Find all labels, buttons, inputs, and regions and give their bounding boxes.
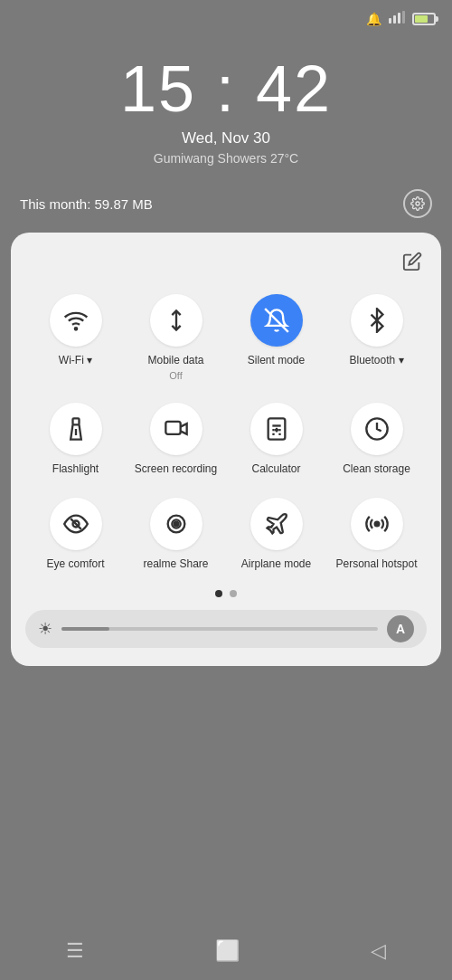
tiles-grid: Wi-Fi ▾ Mobile data Off (25, 283, 427, 583)
mobile-data-sublabel: Off (169, 370, 182, 381)
bluetooth-label: Bluetooth ▾ (349, 354, 403, 368)
tile-mobile-data[interactable]: Mobile data Off (126, 283, 226, 392)
page-dots (25, 590, 427, 597)
flashlight-icon-circle (50, 403, 102, 455)
data-usage-row: This month: 59.87 MB (0, 175, 452, 233)
tile-bluetooth[interactable]: Bluetooth ▾ (326, 283, 427, 392)
svg-rect-3 (402, 11, 405, 24)
svg-point-4 (416, 202, 419, 205)
airplane-mode-label: Airplane mode (241, 557, 311, 572)
brightness-fill (61, 627, 109, 631)
clean-storage-icon-circle (351, 403, 403, 455)
personal-hotspot-icon-circle (351, 498, 403, 550)
tile-wifi[interactable]: Wi-Fi ▾ (25, 283, 126, 392)
battery-icon (412, 13, 436, 25)
personal-hotspot-label: Personal hotspot (335, 557, 417, 572)
signal-icon (389, 11, 405, 26)
quick-settings-panel: Wi-Fi ▾ Mobile data Off (11, 233, 441, 666)
svg-rect-0 (389, 18, 391, 24)
tile-calculator[interactable]: Calculator (226, 392, 326, 488)
status-bar: 🔔 (0, 0, 452, 33)
eye-comfort-label: Eye comfort (46, 557, 104, 572)
silent-mode-label: Silent mode (248, 354, 305, 368)
calculator-label: Calculator (251, 462, 300, 477)
silent-mode-icon-circle (250, 294, 303, 347)
clock-date: Wed, Nov 30 (0, 129, 452, 147)
eye-comfort-icon-circle (50, 498, 102, 550)
svg-point-24 (374, 522, 379, 527)
mobile-data-label: Mobile data (147, 354, 203, 368)
auto-brightness-button[interactable]: A (387, 615, 414, 642)
svg-point-23 (174, 522, 178, 527)
dot-2[interactable] (230, 590, 237, 597)
realme-share-icon-circle (150, 498, 202, 550)
wifi-icon-circle (50, 294, 102, 347)
mobile-data-icon-circle (150, 294, 202, 347)
nav-home-icon[interactable]: ⬜ (215, 939, 240, 963)
screen-recording-label: Screen recording (135, 462, 217, 477)
clock-time: 15 : 42 (0, 52, 452, 126)
svg-rect-8 (72, 418, 79, 424)
brightness-row[interactable]: ☀ A (25, 610, 427, 648)
tile-realme-share[interactable]: realme Share (126, 487, 226, 583)
dot-1[interactable] (215, 590, 222, 597)
airplane-mode-icon-circle (250, 498, 303, 550)
tile-flashlight[interactable]: Flashlight (25, 392, 126, 488)
clock-section: 15 : 42 Wed, Nov 30 Gumiwang Showers 27°… (0, 33, 452, 175)
svg-rect-2 (398, 13, 400, 24)
realme-share-label: realme Share (143, 557, 208, 572)
svg-rect-10 (165, 421, 180, 433)
nav-menu-icon[interactable]: ☰ (66, 939, 84, 963)
wifi-label: Wi-Fi ▾ (59, 354, 92, 368)
svg-point-5 (74, 328, 76, 329)
tile-eye-comfort[interactable]: Eye comfort (25, 487, 126, 583)
svg-rect-1 (393, 15, 396, 24)
nav-back-icon[interactable]: ◁ (371, 939, 386, 963)
brightness-icon: ☀ (38, 619, 52, 639)
clean-storage-label: Clean storage (343, 462, 410, 477)
nav-bar: ☰ ⬜ ◁ (0, 929, 452, 980)
panel-header (25, 247, 427, 276)
svg-line-7 (265, 309, 288, 332)
weather-label: Gumiwang Showers 27°C (0, 151, 452, 166)
tile-airplane-mode[interactable]: Airplane mode (226, 487, 326, 583)
bell-icon: 🔔 (366, 12, 381, 26)
calculator-icon-circle (250, 403, 303, 455)
edit-icon[interactable] (398, 247, 427, 276)
tile-personal-hotspot[interactable]: Personal hotspot (326, 487, 427, 583)
tile-screen-recording[interactable]: Screen recording (126, 392, 226, 488)
bluetooth-icon-circle (351, 294, 403, 347)
screen-recording-icon-circle (150, 403, 202, 455)
settings-icon[interactable] (403, 189, 432, 218)
brightness-slider[interactable] (61, 627, 378, 631)
flashlight-label: Flashlight (52, 462, 99, 477)
data-usage-label: This month: 59.87 MB (20, 196, 153, 212)
tile-silent-mode[interactable]: Silent mode (226, 283, 326, 392)
tile-clean-storage[interactable]: Clean storage (326, 392, 427, 488)
